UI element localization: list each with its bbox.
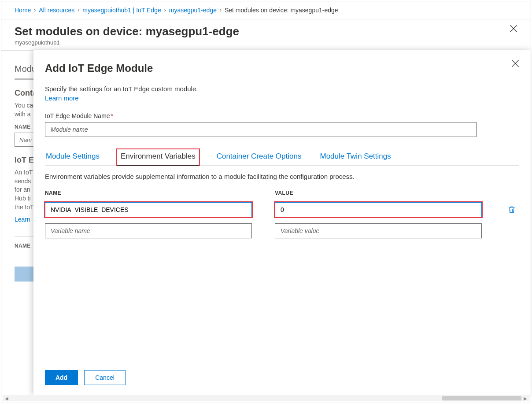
close-icon: [511, 59, 519, 67]
chevron-right-icon: ›: [78, 7, 79, 13]
env-tab-description: Environment variables provide supplement…: [45, 173, 519, 180]
col-header-value: VALUE: [275, 190, 482, 196]
page-title: Set modules on device: myasegpu1-edge: [15, 25, 239, 38]
tab-module-settings[interactable]: Module Settings: [45, 149, 100, 165]
learn-more-link[interactable]: Learn more: [45, 94, 519, 102]
scrollbar-thumb[interactable]: [442, 396, 521, 400]
env-row-new: [45, 223, 519, 238]
horizontal-scrollbar[interactable]: ◀ ▶: [3, 395, 529, 401]
breadcrumb-home[interactable]: Home: [15, 7, 31, 14]
env-row-0: [45, 202, 519, 217]
chevron-right-icon: ›: [164, 7, 166, 13]
env-value-input-0[interactable]: [275, 202, 482, 217]
tab-module-twin-settings[interactable]: Module Twin Settings: [319, 149, 392, 165]
panel-title: Add IoT Edge Module: [45, 62, 519, 74]
panel-tabs: Module Settings Environment Variables Co…: [45, 149, 519, 166]
col-header-name: NAME: [45, 190, 252, 196]
panel-close-button[interactable]: [511, 59, 519, 69]
tab-container-create-options[interactable]: Container Create Options: [216, 149, 303, 165]
close-icon[interactable]: [510, 25, 517, 33]
breadcrumb-current: Set modules on device: myasegpu1-edge: [225, 7, 338, 14]
env-name-input-new[interactable]: [45, 223, 252, 238]
scroll-left-icon[interactable]: ◀: [4, 396, 10, 401]
scroll-right-icon[interactable]: ▶: [522, 396, 528, 401]
env-name-input-0[interactable]: [45, 202, 252, 217]
page-subtitle: myasegpuiothub1: [15, 39, 239, 46]
env-value-input-new[interactable]: [275, 223, 482, 238]
add-button[interactable]: Add: [45, 370, 78, 385]
bg-learn-link[interactable]: Learn: [15, 216, 30, 223]
delete-icon[interactable]: [507, 205, 516, 214]
breadcrumb-all-resources[interactable]: All resources: [39, 7, 74, 14]
breadcrumb: Home › All resources › myasegpuiothub1 |…: [1, 1, 531, 19]
chevron-right-icon: ›: [34, 7, 36, 13]
panel-description: Specify the settings for an IoT Edge cus…: [45, 85, 519, 93]
cancel-button[interactable]: Cancel: [84, 370, 126, 385]
module-name-input[interactable]: [45, 122, 477, 137]
page-header: Set modules on device: myasegpu1-edge my…: [1, 19, 531, 51]
module-name-label: IoT Edge Module Name*: [45, 112, 519, 119]
breadcrumb-device[interactable]: myasegpu1-edge: [169, 7, 217, 14]
chevron-right-icon: ›: [220, 7, 222, 13]
breadcrumb-hub[interactable]: myasegpuiothub1 | IoT Edge: [82, 7, 161, 14]
add-module-panel: Add IoT Edge Module Specify the settings…: [33, 50, 531, 395]
tab-environment-variables[interactable]: Environment Variables: [117, 149, 199, 165]
